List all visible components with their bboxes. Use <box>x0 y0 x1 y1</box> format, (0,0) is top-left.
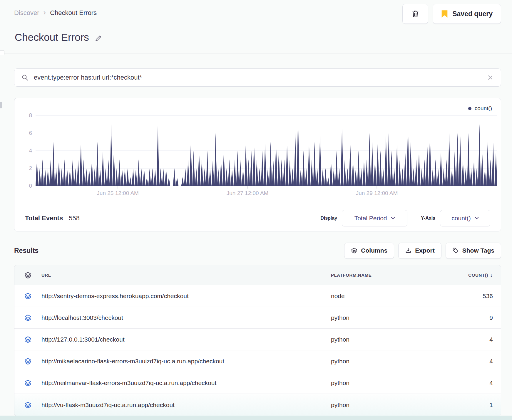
table-row[interactable]: http://mikaelacarino-flask-errors-m3uuiz… <box>14 350 501 372</box>
download-icon <box>405 247 411 254</box>
tag-icon <box>452 247 459 254</box>
export-button[interactable]: Export <box>398 243 441 259</box>
y-axis-dropdown[interactable]: count() <box>440 210 490 226</box>
x-axis-tick-label: Jun 29 12:00 AM <box>356 190 398 196</box>
events-area-chart[interactable] <box>36 112 497 189</box>
table-row[interactable]: http://localhost:3003/checkout python 9 <box>14 307 501 329</box>
sort-desc-icon: ↓ <box>490 272 493 278</box>
row-count: 4 <box>466 358 493 365</box>
y-axis-tick-label: 2 <box>22 164 32 172</box>
column-header-url[interactable]: URL <box>41 273 331 278</box>
display-dropdown-value: Total Period <box>354 215 387 222</box>
chart-footer: Total Events 558 Display Total Period Y-… <box>14 205 501 231</box>
display-dropdown[interactable]: Total Period <box>342 210 407 226</box>
row-count: 536 <box>466 293 493 300</box>
results-table-header: URL PLATFORM.NAME COUNT() ↓ <box>14 265 501 285</box>
row-platform: python <box>331 314 466 321</box>
layers-icon[interactable] <box>24 401 32 409</box>
layers-icon[interactable] <box>24 271 32 279</box>
table-row[interactable]: http://127.0.0.1:3001/checkout python 4 <box>14 329 501 350</box>
saved-query-button[interactable]: Saved query <box>433 4 501 24</box>
layers-icon[interactable] <box>24 336 32 343</box>
row-url[interactable]: http://localhost:3003/checkout <box>41 314 331 321</box>
delete-query-button[interactable] <box>402 4 428 24</box>
y-axis-tick-label: 4 <box>22 147 32 154</box>
breadcrumb-current: Checkout Errors <box>50 9 97 17</box>
saved-query-label: Saved query <box>452 10 493 18</box>
y-axis-tick-label: 0 <box>22 182 32 190</box>
table-row[interactable]: http://neilmanvar-flask-errors-m3uuizd7i… <box>14 372 501 394</box>
breadcrumb-chevron-icon: › <box>43 9 46 16</box>
chart-controls: Display Total Period Y-Axis count() <box>320 210 490 226</box>
y-axis-tick-label: 8 <box>22 112 32 119</box>
show-tags-button-label: Show Tags <box>462 247 494 254</box>
breadcrumb: Discover › Checkout Errors <box>14 9 97 17</box>
header-divider <box>0 53 512 53</box>
clear-search-icon[interactable] <box>487 74 494 81</box>
row-platform: python <box>331 358 466 365</box>
edit-title-pencil-icon[interactable] <box>94 34 103 42</box>
collapsed-sidebar-handle[interactable] <box>0 50 4 55</box>
row-url[interactable]: http://mikaelacarino-flask-errors-m3uuiz… <box>41 358 331 365</box>
row-count: 1 <box>466 401 493 409</box>
show-tags-button[interactable]: Show Tags <box>446 243 501 259</box>
row-url[interactable]: http://sentry-demos-express.herokuapp.co… <box>41 293 331 300</box>
results-table: URL PLATFORM.NAME COUNT() ↓ http://sentr… <box>14 265 501 416</box>
y-axis-tick-label: 6 <box>22 129 32 137</box>
row-platform: node <box>331 293 466 300</box>
x-axis-tick-label: Jun 25 12:00 AM <box>97 190 139 196</box>
search-query-input[interactable]: event.type:error has:url url:*checkout* <box>34 74 142 81</box>
chart-legend[interactable]: count() <box>468 105 492 112</box>
total-events-value: 558 <box>69 214 80 222</box>
export-button-label: Export <box>415 247 435 254</box>
layers-icon[interactable] <box>24 357 32 365</box>
layers-icon[interactable] <box>24 314 32 322</box>
search-icon <box>21 74 29 81</box>
row-platform: python <box>331 336 466 343</box>
left-edge-grip[interactable] <box>0 102 2 108</box>
breadcrumb-discover-link[interactable]: Discover <box>14 9 39 17</box>
row-platform: python <box>331 401 466 409</box>
chevron-down-icon <box>391 217 395 219</box>
total-events: Total Events 558 <box>25 214 80 222</box>
row-url[interactable]: http://neilmanvar-flask-errors-m3uuizd7i… <box>41 379 331 387</box>
y-axis-label: Y-Axis <box>421 216 435 221</box>
columns-button[interactable]: Columns <box>344 243 394 259</box>
chevron-down-icon <box>475 217 479 219</box>
results-table-body: http://sentry-demos-express.herokuapp.co… <box>14 285 501 416</box>
layers-icon[interactable] <box>24 292 32 300</box>
total-events-label: Total Events <box>25 214 63 222</box>
page-title: Checkout Errors <box>15 31 89 43</box>
row-count: 4 <box>466 379 493 387</box>
columns-button-label: Columns <box>361 247 387 254</box>
results-actions: Columns Export Show Tags <box>344 243 501 259</box>
topbar: Discover › Checkout Errors Saved query <box>14 4 501 24</box>
page-title-row: Checkout Errors <box>15 31 103 43</box>
bookmark-icon <box>441 10 448 18</box>
legend-label: count() <box>475 105 492 112</box>
row-count: 4 <box>466 336 493 343</box>
row-platform: python <box>331 379 466 387</box>
layers-icon[interactable] <box>24 379 32 387</box>
results-heading: Results <box>14 247 39 255</box>
legend-dot-icon <box>468 107 471 110</box>
row-url[interactable]: http://vu-flask-m3uuizd7iq-uc.a.run.app/… <box>41 401 331 409</box>
column-header-count[interactable]: COUNT() ↓ <box>466 272 493 278</box>
table-row[interactable]: http://vu-flask-m3uuizd7iq-uc.a.run.app/… <box>14 394 501 416</box>
display-label: Display <box>320 216 337 221</box>
table-row[interactable]: http://sentry-demos-express.herokuapp.co… <box>14 285 501 307</box>
bottom-strip <box>0 416 512 420</box>
y-axis-dropdown-value: count() <box>451 215 471 222</box>
column-header-platform[interactable]: PLATFORM.NAME <box>331 273 466 278</box>
row-count: 9 <box>466 314 493 321</box>
row-url[interactable]: http://127.0.0.1:3001/checkout <box>41 336 331 343</box>
x-axis-tick-label: Jun 27 12:00 AM <box>227 190 269 196</box>
discover-saved-query-page: Discover › Checkout Errors Saved query C… <box>0 0 512 420</box>
events-chart-panel: count() 86420 Jun 25 12:00 AMJun 27 12:0… <box>14 98 501 231</box>
header-actions: Saved query <box>402 4 501 24</box>
search-bar[interactable]: event.type:error has:url url:*checkout* <box>14 68 501 87</box>
trash-icon <box>411 9 420 18</box>
results-header-row: Results Columns Export Show Tags <box>14 242 501 259</box>
layers-icon <box>351 247 357 254</box>
